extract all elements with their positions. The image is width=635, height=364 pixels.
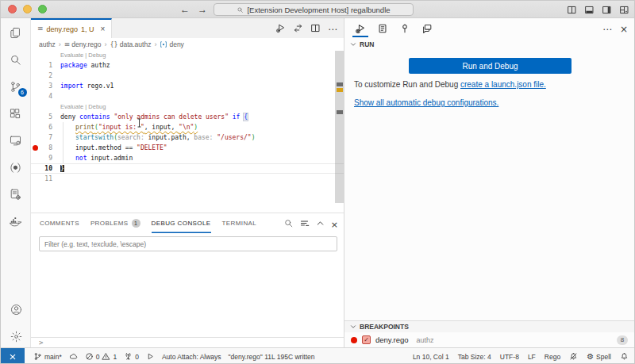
panel-search-icon[interactable] <box>283 218 294 228</box>
panel-tab-terminal[interactable]: TERMINAL <box>222 213 257 233</box>
breakpoints-section-header[interactable]: BREAKPOINTS <box>344 320 635 332</box>
run-section-header[interactable]: RUN <box>344 38 635 51</box>
history-forward-icon[interactable]: → <box>198 4 207 15</box>
glyph-margin[interactable] <box>31 174 40 184</box>
activity-bar-source-control[interactable]: 6 <box>6 77 25 96</box>
breakpoint-gutter-dot[interactable] <box>31 143 40 153</box>
line-number[interactable]: 6 <box>40 122 52 132</box>
activity-bar-search[interactable] <box>6 50 25 69</box>
activity-bar-extensions[interactable] <box>6 104 25 123</box>
language-mode[interactable]: Rego <box>545 348 560 364</box>
panel-tab-debug-console[interactable]: DEBUG CONSOLE <box>152 213 211 233</box>
glyph-margin[interactable] <box>31 50 40 60</box>
code-editor[interactable]: Evaluate | Debug1package authz23import r… <box>31 50 344 213</box>
code-line-8[interactable]: 8input.method == "DELETE" <box>31 143 344 153</box>
debug-console-filter-input[interactable] <box>39 236 337 251</box>
code-line-5[interactable]: 5deny contains "only admins can delete u… <box>31 112 344 122</box>
toggle-panel-icon[interactable] <box>584 5 595 15</box>
code-line-2[interactable]: 2 <box>31 71 344 81</box>
line-number[interactable] <box>40 50 52 60</box>
line-number[interactable]: 7 <box>40 132 52 143</box>
glyph-margin[interactable] <box>31 122 40 132</box>
toggle-secondary-sidebar-icon[interactable] <box>602 5 612 15</box>
code-line-1[interactable]: 1package authz <box>31 60 344 71</box>
glyph-margin[interactable] <box>31 112 40 122</box>
run-and-debug-view-icon[interactable] <box>352 19 368 37</box>
line-number[interactable]: 8 <box>40 143 52 153</box>
close-window-button[interactable] <box>8 5 17 13</box>
panel-filter-icon[interactable] <box>299 218 310 228</box>
publish-changes[interactable] <box>69 348 78 364</box>
command-center-search[interactable]: [Extension Development Host] regalbundle <box>214 3 414 16</box>
customize-layout-icon[interactable] <box>619 5 629 15</box>
breakpoint-enabled-checkbox[interactable]: ✓ <box>362 335 371 344</box>
indentation[interactable]: Tab Size: 4 <box>458 348 491 364</box>
more-actions-icon[interactable]: ⋯ <box>602 21 612 36</box>
create-launch-json-link[interactable]: create a launch.json file. <box>460 80 546 89</box>
glyph-margin[interactable] <box>31 163 40 174</box>
notifications-bell[interactable] <box>620 348 629 364</box>
history-back-icon[interactable]: ← <box>180 4 190 15</box>
code-line-11[interactable]: 11 <box>31 174 344 184</box>
toggle-primary-sidebar-icon[interactable] <box>567 5 577 15</box>
encoding[interactable]: UTF-8 <box>500 348 519 364</box>
tab-deny-rego[interactable]: ≡ deny.rego 1, U × <box>31 18 112 38</box>
glyph-margin[interactable] <box>31 153 40 163</box>
codelens-evaluate-debug[interactable]: Evaluate | Debug <box>60 52 106 59</box>
activity-bar-settings[interactable] <box>6 327 25 346</box>
do-not-disturb[interactable] <box>569 348 578 364</box>
debug-status[interactable] <box>146 348 155 364</box>
glyph-margin[interactable] <box>31 71 40 81</box>
breadcrumb-item[interactable]: ≡deny.rego <box>64 40 102 48</box>
editor-scrollbar[interactable] <box>335 50 344 213</box>
activity-bar-docker[interactable] <box>6 212 25 231</box>
line-number[interactable] <box>40 102 52 112</box>
activity-bar-remote-explorer[interactable] <box>6 131 25 150</box>
forwarded-ports[interactable]: 0 <box>124 348 139 364</box>
line-number[interactable]: 2 <box>40 71 52 81</box>
codelens-evaluate-debug[interactable]: Evaluate | Debug <box>60 103 106 110</box>
code-line-4[interactable]: 4 <box>31 91 344 102</box>
glyph-margin[interactable] <box>31 91 40 102</box>
line-number[interactable]: 1 <box>40 60 52 71</box>
code-line-3[interactable]: 3import rego.v1 <box>31 81 344 91</box>
show-debug-configurations-link[interactable]: Show all automatic debug configurations. <box>354 98 498 107</box>
maximize-window-button[interactable] <box>38 5 47 13</box>
more-actions-icon[interactable]: ⋯ <box>328 21 337 36</box>
close-panel-icon[interactable]: × <box>620 21 628 36</box>
problems[interactable]: 01 <box>85 348 117 364</box>
activity-bar-accounts[interactable] <box>6 300 25 319</box>
line-number[interactable]: 9 <box>40 153 52 163</box>
panel-tab-problems[interactable]: PROBLEMS 1 <box>90 213 140 233</box>
run-and-debug-button[interactable]: Run and Debug <box>409 58 572 74</box>
glyph-margin[interactable] <box>31 60 40 71</box>
glyph-margin[interactable] <box>31 102 40 112</box>
code-line-9[interactable]: 9not input.admin <box>31 153 344 163</box>
split-editor-icon[interactable] <box>310 23 321 33</box>
breakpoint-list-item[interactable]: ✓ deny.rego authz 8 <box>344 332 635 347</box>
code-line-10[interactable]: 10} <box>31 163 344 174</box>
panel-tab-comments[interactable]: COMMENTS <box>40 213 79 233</box>
breadcrumb-item[interactable]: authz <box>39 40 56 48</box>
code-line-7[interactable]: 7startswith(search: input.path, base: "/… <box>31 132 344 143</box>
remote-indicator[interactable] <box>1 348 25 364</box>
open-changes-icon[interactable] <box>293 23 303 33</box>
panel-close-icon[interactable]: × <box>331 216 338 231</box>
line-number[interactable]: 5 <box>40 112 52 122</box>
output-view-icon[interactable] <box>375 19 391 37</box>
glyph-margin[interactable] <box>31 81 40 91</box>
cursor-position[interactable]: Ln 10, Col 1 <box>413 348 449 364</box>
run-policy-icon[interactable] <box>275 23 286 33</box>
activity-bar-opa[interactable] <box>6 158 25 177</box>
minimize-window-button[interactable] <box>23 5 32 13</box>
glyph-margin[interactable] <box>31 132 40 143</box>
line-number[interactable]: 4 <box>40 91 52 102</box>
git-branch[interactable]: main* <box>33 348 62 364</box>
plug-view-icon[interactable] <box>397 19 413 37</box>
activity-bar-explorer[interactable] <box>6 23 25 42</box>
debug-console-prompt[interactable]: > <box>31 337 344 347</box>
panel-collapse-icon[interactable] <box>315 218 325 228</box>
breadcrumb-item[interactable]: {}data.authz <box>110 40 152 48</box>
line-number[interactable]: 11 <box>40 174 52 184</box>
activity-bar-run-configurations[interactable] <box>6 185 25 204</box>
